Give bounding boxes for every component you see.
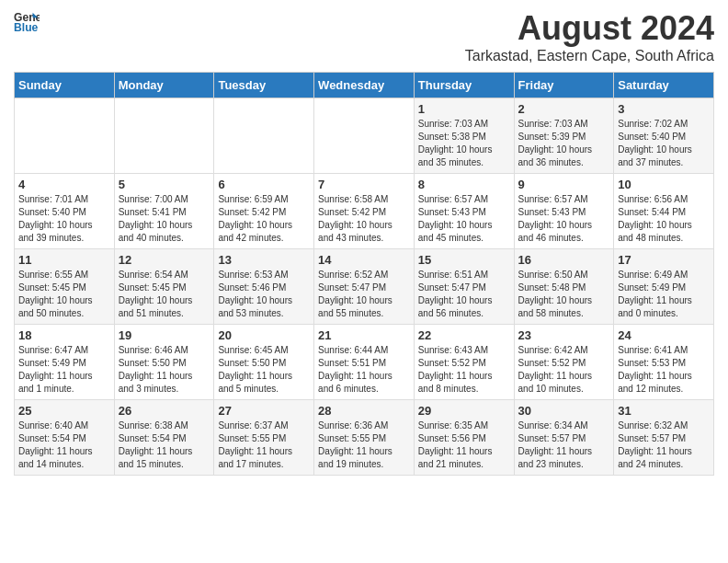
day-number: 19 bbox=[119, 328, 210, 342]
day-info: Sunrise: 6:43 AMSunset: 5:52 PMDaylight:… bbox=[418, 344, 510, 396]
calendar-cell: 24Sunrise: 6:41 AMSunset: 5:53 PMDayligh… bbox=[614, 325, 714, 400]
day-info: Sunrise: 6:57 AMSunset: 5:43 PMDaylight:… bbox=[518, 193, 610, 245]
calendar-week-row: 1Sunrise: 7:03 AMSunset: 5:38 PMDaylight… bbox=[15, 98, 714, 174]
calendar-cell: 6Sunrise: 6:59 AMSunset: 5:42 PMDaylight… bbox=[214, 174, 314, 249]
day-number: 17 bbox=[618, 253, 710, 267]
logo-icon: General Blue bbox=[14, 9, 40, 35]
header: General Blue August 2024 Tarkastad, East… bbox=[14, 9, 714, 64]
calendar-week-row: 11Sunrise: 6:55 AMSunset: 5:45 PMDayligh… bbox=[15, 249, 714, 325]
day-info: Sunrise: 6:51 AMSunset: 5:47 PMDaylight:… bbox=[418, 269, 510, 320]
logo: General Blue bbox=[14, 9, 40, 35]
header-wednesday: Wednesday bbox=[314, 73, 415, 98]
calendar-cell: 27Sunrise: 6:37 AMSunset: 5:55 PMDayligh… bbox=[214, 400, 314, 476]
calendar-cell: 16Sunrise: 6:50 AMSunset: 5:48 PMDayligh… bbox=[514, 249, 614, 325]
calendar-cell: 25Sunrise: 6:40 AMSunset: 5:54 PMDayligh… bbox=[15, 400, 115, 476]
calendar-cell bbox=[114, 98, 214, 174]
day-info: Sunrise: 6:32 AMSunset: 5:57 PMDaylight:… bbox=[618, 419, 710, 471]
calendar-cell: 19Sunrise: 6:46 AMSunset: 5:50 PMDayligh… bbox=[114, 325, 214, 400]
day-info: Sunrise: 6:57 AMSunset: 5:43 PMDaylight:… bbox=[418, 193, 510, 245]
day-number: 21 bbox=[318, 328, 410, 342]
header-monday: Monday bbox=[114, 73, 214, 98]
day-info: Sunrise: 6:45 AMSunset: 5:50 PMDaylight:… bbox=[218, 344, 310, 396]
day-info: Sunrise: 6:49 AMSunset: 5:49 PMDaylight:… bbox=[618, 269, 710, 320]
day-info: Sunrise: 7:03 AMSunset: 5:38 PMDaylight:… bbox=[418, 118, 510, 169]
calendar-table: Sunday Monday Tuesday Wednesday Thursday… bbox=[14, 72, 714, 476]
calendar-week-row: 25Sunrise: 6:40 AMSunset: 5:54 PMDayligh… bbox=[15, 400, 714, 476]
day-number: 13 bbox=[218, 253, 310, 267]
calendar-cell bbox=[314, 98, 415, 174]
day-number: 1 bbox=[418, 102, 510, 116]
calendar-cell: 4Sunrise: 7:01 AMSunset: 5:40 PMDaylight… bbox=[15, 174, 115, 249]
calendar-cell: 8Sunrise: 6:57 AMSunset: 5:43 PMDaylight… bbox=[414, 174, 514, 249]
day-number: 23 bbox=[518, 328, 610, 342]
header-tuesday: Tuesday bbox=[214, 73, 314, 98]
calendar-cell: 23Sunrise: 6:42 AMSunset: 5:52 PMDayligh… bbox=[514, 325, 614, 400]
day-info: Sunrise: 6:53 AMSunset: 5:46 PMDaylight:… bbox=[218, 269, 310, 320]
day-info: Sunrise: 6:50 AMSunset: 5:48 PMDaylight:… bbox=[518, 269, 610, 320]
day-info: Sunrise: 7:00 AMSunset: 5:41 PMDaylight:… bbox=[119, 193, 210, 245]
day-info: Sunrise: 6:41 AMSunset: 5:53 PMDaylight:… bbox=[618, 344, 710, 396]
day-number: 28 bbox=[318, 404, 410, 418]
day-number: 2 bbox=[518, 102, 610, 116]
calendar-cell bbox=[15, 98, 115, 174]
day-info: Sunrise: 6:40 AMSunset: 5:54 PMDaylight:… bbox=[18, 419, 110, 471]
day-info: Sunrise: 6:38 AMSunset: 5:54 PMDaylight:… bbox=[119, 419, 210, 471]
calendar-cell: 22Sunrise: 6:43 AMSunset: 5:52 PMDayligh… bbox=[414, 325, 514, 400]
day-number: 25 bbox=[18, 404, 110, 418]
day-info: Sunrise: 6:34 AMSunset: 5:57 PMDaylight:… bbox=[518, 419, 610, 471]
calendar-cell: 12Sunrise: 6:54 AMSunset: 5:45 PMDayligh… bbox=[114, 249, 214, 325]
day-number: 9 bbox=[518, 178, 610, 191]
day-number: 11 bbox=[18, 253, 110, 267]
day-info: Sunrise: 6:58 AMSunset: 5:42 PMDaylight:… bbox=[318, 193, 410, 245]
calendar-subtitle: Tarkastad, Eastern Cape, South Africa bbox=[465, 48, 714, 64]
day-number: 6 bbox=[218, 178, 310, 191]
day-number: 27 bbox=[218, 404, 310, 418]
calendar-cell: 5Sunrise: 7:00 AMSunset: 5:41 PMDaylight… bbox=[114, 174, 214, 249]
header-thursday: Thursday bbox=[414, 73, 514, 98]
day-info: Sunrise: 6:36 AMSunset: 5:55 PMDaylight:… bbox=[318, 419, 410, 471]
day-number: 14 bbox=[318, 253, 410, 267]
day-number: 30 bbox=[518, 404, 610, 418]
day-info: Sunrise: 6:42 AMSunset: 5:52 PMDaylight:… bbox=[518, 344, 610, 396]
calendar-cell: 10Sunrise: 6:56 AMSunset: 5:44 PMDayligh… bbox=[614, 174, 714, 249]
calendar-cell: 21Sunrise: 6:44 AMSunset: 5:51 PMDayligh… bbox=[314, 325, 415, 400]
svg-text:Blue: Blue bbox=[14, 21, 39, 34]
day-info: Sunrise: 6:35 AMSunset: 5:56 PMDaylight:… bbox=[418, 419, 510, 471]
day-info: Sunrise: 7:01 AMSunset: 5:40 PMDaylight:… bbox=[18, 193, 110, 245]
calendar-week-row: 4Sunrise: 7:01 AMSunset: 5:40 PMDaylight… bbox=[15, 174, 714, 249]
calendar-cell: 14Sunrise: 6:52 AMSunset: 5:47 PMDayligh… bbox=[314, 249, 415, 325]
calendar-cell: 28Sunrise: 6:36 AMSunset: 5:55 PMDayligh… bbox=[314, 400, 415, 476]
day-number: 18 bbox=[18, 328, 110, 342]
day-info: Sunrise: 6:37 AMSunset: 5:55 PMDaylight:… bbox=[218, 419, 310, 471]
day-info: Sunrise: 6:56 AMSunset: 5:44 PMDaylight:… bbox=[618, 193, 710, 245]
calendar-cell: 18Sunrise: 6:47 AMSunset: 5:49 PMDayligh… bbox=[15, 325, 115, 400]
calendar-cell: 26Sunrise: 6:38 AMSunset: 5:54 PMDayligh… bbox=[114, 400, 214, 476]
day-number: 29 bbox=[418, 404, 510, 418]
calendar-cell: 3Sunrise: 7:02 AMSunset: 5:40 PMDaylight… bbox=[614, 98, 714, 174]
day-info: Sunrise: 6:46 AMSunset: 5:50 PMDaylight:… bbox=[119, 344, 210, 396]
day-number: 16 bbox=[518, 253, 610, 267]
calendar-title: August 2024 bbox=[465, 9, 714, 48]
day-number: 4 bbox=[18, 178, 110, 191]
day-number: 26 bbox=[119, 404, 210, 418]
calendar-cell bbox=[214, 98, 314, 174]
calendar-cell: 15Sunrise: 6:51 AMSunset: 5:47 PMDayligh… bbox=[414, 249, 514, 325]
title-area: August 2024 Tarkastad, Eastern Cape, Sou… bbox=[465, 9, 714, 64]
day-number: 7 bbox=[318, 178, 410, 191]
day-number: 31 bbox=[618, 404, 710, 418]
calendar-cell: 20Sunrise: 6:45 AMSunset: 5:50 PMDayligh… bbox=[214, 325, 314, 400]
calendar-cell: 29Sunrise: 6:35 AMSunset: 5:56 PMDayligh… bbox=[414, 400, 514, 476]
day-info: Sunrise: 6:52 AMSunset: 5:47 PMDaylight:… bbox=[318, 269, 410, 320]
day-info: Sunrise: 6:44 AMSunset: 5:51 PMDaylight:… bbox=[318, 344, 410, 396]
day-info: Sunrise: 6:54 AMSunset: 5:45 PMDaylight:… bbox=[119, 269, 210, 320]
day-info: Sunrise: 7:03 AMSunset: 5:39 PMDaylight:… bbox=[518, 118, 610, 169]
header-friday: Friday bbox=[514, 73, 614, 98]
calendar-cell: 31Sunrise: 6:32 AMSunset: 5:57 PMDayligh… bbox=[614, 400, 714, 476]
day-number: 8 bbox=[418, 178, 510, 191]
day-number: 5 bbox=[119, 178, 210, 191]
calendar-cell: 11Sunrise: 6:55 AMSunset: 5:45 PMDayligh… bbox=[15, 249, 115, 325]
day-info: Sunrise: 6:47 AMSunset: 5:49 PMDaylight:… bbox=[18, 344, 110, 396]
header-sunday: Sunday bbox=[15, 73, 115, 98]
calendar-week-row: 18Sunrise: 6:47 AMSunset: 5:49 PMDayligh… bbox=[15, 325, 714, 400]
weekday-header-row: Sunday Monday Tuesday Wednesday Thursday… bbox=[15, 73, 714, 98]
